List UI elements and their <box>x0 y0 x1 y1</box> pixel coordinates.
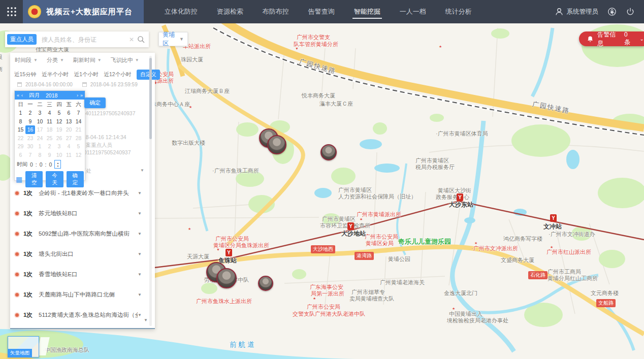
calendar-day[interactable]: 27 <box>64 134 74 143</box>
calendar-day[interactable]: 3 <box>35 109 45 117</box>
calendar-icon[interactable] <box>82 82 87 87</box>
nav-item[interactable]: 资源检索 <box>207 0 253 23</box>
calendar-day[interactable]: 30 <box>25 142 35 151</box>
date-end[interactable]: 2018-04-16 23:59:59 <box>90 82 138 87</box>
list-item[interactable]: 1次5112黄埔大道东-鱼珠总站向海边街（全）▼ <box>10 306 155 324</box>
chevron-down-icon[interactable]: ▼ <box>144 318 148 322</box>
chevron-down-icon[interactable]: ▼ <box>138 191 142 195</box>
next-year-icon[interactable]: » <box>80 93 83 98</box>
calendar-day[interactable]: 29 <box>16 142 25 151</box>
calendar-day[interactable]: 7 <box>25 151 35 159</box>
calendar-day[interactable]: 23 <box>25 134 35 143</box>
alert-bar[interactable]: 告警信息 0 条 ⌄ <box>579 31 644 46</box>
calendar-day[interactable]: 5 <box>74 142 83 151</box>
calendar-day[interactable]: 18 <box>45 125 54 134</box>
today-button[interactable]: 今天 <box>46 171 63 187</box>
time-range-option[interactable]: 近12个小时 <box>104 71 132 78</box>
next-month-icon[interactable]: › <box>77 93 78 98</box>
calendar-day[interactable]: 25 <box>45 134 54 143</box>
user-menu[interactable]: 系统管理员 <box>555 7 599 16</box>
chevron-down-icon[interactable]: ▼ <box>140 168 144 173</box>
search-category-tag[interactable]: 重点人员 <box>7 34 37 45</box>
chevron-down-icon[interactable]: ▼ <box>138 211 142 216</box>
calendar-day[interactable]: 10 <box>54 151 64 159</box>
clear-icon[interactable]: ✕ <box>126 36 137 43</box>
calendar-day[interactable]: 2 <box>45 142 54 151</box>
list-item[interactable]: 1次天麓南路与山下中路路口北侧▼ <box>10 285 155 304</box>
date-start[interactable]: 2018-04-16 00:00:00 <box>25 82 73 87</box>
filter-dropdown[interactable]: 分类▼ <box>47 56 64 64</box>
step-down-icon[interactable]: ▼ <box>56 165 59 168</box>
calendar-day[interactable]: 13 <box>64 117 74 126</box>
calendar-day[interactable]: 1 <box>35 142 45 151</box>
time-second[interactable]: 0 <box>49 161 52 168</box>
calendar-day[interactable]: 5 <box>54 109 64 117</box>
time-hour[interactable]: 0 <box>30 161 33 168</box>
chevron-down-icon[interactable]: ▼ <box>138 313 142 317</box>
time-range-option[interactable]: 自定义 <box>137 70 160 80</box>
chevron-down-icon[interactable]: ▼ <box>138 252 142 256</box>
calendar-day[interactable]: 2 <box>25 109 35 117</box>
calendar-day[interactable]: 6 <box>64 109 74 117</box>
time-range-option[interactable]: 近半个小时 <box>42 71 69 78</box>
calendar-day[interactable]: 21 <box>74 125 83 134</box>
time-stepper[interactable]: ▲▼ <box>54 160 61 169</box>
power-icon[interactable] <box>626 7 635 16</box>
chevron-down-icon[interactable]: ▼ <box>138 292 142 297</box>
chevron-down-icon[interactable]: ⌄ <box>640 36 644 42</box>
chevron-down-icon[interactable]: ▼ <box>138 272 142 277</box>
calendar-day[interactable]: 14 <box>74 117 83 126</box>
nav-item[interactable]: 一人一档 <box>390 0 436 23</box>
list-item[interactable]: 1次香雪地铁站E口▼ <box>10 265 155 283</box>
calendar-day[interactable]: 11 <box>64 151 74 159</box>
calendar-day[interactable]: 19 <box>54 125 64 134</box>
calendar-day[interactable]: 11 <box>45 117 54 126</box>
calendar-day[interactable]: 26 <box>54 134 64 143</box>
calendar-day[interactable]: 3 <box>54 142 64 151</box>
calendar-year[interactable]: 2018 <box>46 92 75 99</box>
list-item[interactable]: 1次塘头北街出口▼ <box>10 245 155 263</box>
filter-dropdown[interactable]: 刷新时间▼ <box>73 56 102 64</box>
calendar-day[interactable]: 6 <box>16 151 25 159</box>
time-minute[interactable]: 0 <box>40 161 43 168</box>
search-input[interactable] <box>41 36 126 44</box>
time-range-option[interactable]: 近1个小时 <box>74 71 99 78</box>
calendar-day[interactable]: 22 <box>16 134 25 143</box>
calendar-day[interactable]: 24 <box>35 134 45 143</box>
calendar-day[interactable]: 9 <box>45 151 54 159</box>
clear-button[interactable]: 清空 <box>25 171 43 187</box>
security-badge-icon[interactable] <box>607 7 617 16</box>
calendar-day[interactable]: 4 <box>45 109 54 117</box>
scrollbar-thumb[interactable] <box>149 58 152 139</box>
ok-button[interactable]: 确定 <box>67 171 84 187</box>
person-photo-marker[interactable] <box>216 268 237 288</box>
calendar-grid-icon[interactable]: ▦ <box>16 176 22 182</box>
calendar-day[interactable]: 16 <box>25 125 35 134</box>
calendar-day[interactable]: 1 <box>16 109 25 117</box>
calendar-day[interactable]: 12 <box>74 151 83 159</box>
time-range-option[interactable]: 近15分钟 <box>14 71 36 78</box>
calendar-day[interactable]: 20 <box>64 125 74 134</box>
nav-item[interactable]: 布防布控 <box>253 0 299 23</box>
calendar-month[interactable]: 四月 <box>29 92 40 99</box>
person-photo-marker[interactable] <box>258 276 273 291</box>
confirm-button[interactable]: 确定 <box>84 97 106 108</box>
calendar-day[interactable]: 17 <box>35 125 45 134</box>
nav-item[interactable]: 智能挖掘 <box>344 0 390 23</box>
person-photo-marker[interactable] <box>320 144 337 160</box>
prev-month-icon[interactable]: ‹ <box>21 93 23 98</box>
calendar-day[interactable]: 8 <box>16 117 25 126</box>
filter-dropdown[interactable]: 飞识比中▼ <box>111 56 139 64</box>
calendar-day[interactable]: 4 <box>64 142 74 151</box>
calendar-day[interactable]: 8 <box>35 151 45 159</box>
district-selector[interactable]: 黄埔区 ▼ <box>158 32 188 46</box>
person-photo-marker[interactable] <box>267 135 286 154</box>
calendar-day[interactable]: 28 <box>74 134 83 143</box>
chevron-down-icon[interactable]: ▼ <box>138 232 142 236</box>
calendar-day[interactable]: 15 <box>16 125 25 134</box>
nav-item[interactable]: 立体化防控 <box>155 0 207 23</box>
filter-dropdown[interactable]: 时间段▼ <box>15 56 38 64</box>
calendar-day[interactable]: 10 <box>35 117 45 126</box>
search-icon[interactable] <box>137 36 145 43</box>
nav-item[interactable]: 告警查询 <box>299 0 344 23</box>
